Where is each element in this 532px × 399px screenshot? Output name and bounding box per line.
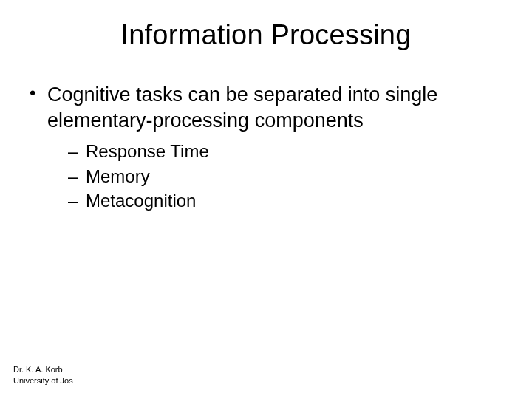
bullet-list-level1: Cognitive tasks can be separated into si… xyxy=(28,82,504,214)
bullet-main-text: Cognitive tasks can be separated into si… xyxy=(47,83,437,132)
bullet-main: Cognitive tasks can be separated into si… xyxy=(28,82,504,214)
bullet-list-level2: Response Time Memory Metacognition xyxy=(68,139,504,214)
bullet-sub-1: Memory xyxy=(68,164,504,189)
slide-content: Cognitive tasks can be separated into si… xyxy=(28,82,504,214)
footer-affiliation: University of Jos xyxy=(13,375,73,386)
bullet-sub-2: Metacognition xyxy=(68,188,504,214)
slide-footer: Dr. K. A. Korb University of Jos xyxy=(13,364,73,386)
bullet-sub-0: Response Time xyxy=(68,139,504,164)
footer-author: Dr. K. A. Korb xyxy=(13,364,73,375)
slide-title: Information Processing xyxy=(0,19,532,51)
